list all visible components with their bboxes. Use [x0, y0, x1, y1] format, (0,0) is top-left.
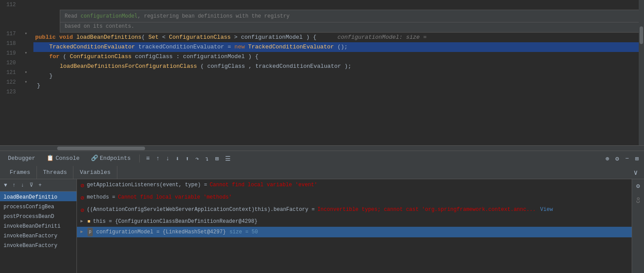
colon-119: : [176, 53, 183, 60]
toolbar-icon-stepinto[interactable]: ⬇ [174, 154, 181, 163]
fold-119[interactable]: ▾ [22, 48, 30, 58]
frame-item-4[interactable]: invokeBeanFactory [0, 230, 76, 240]
tab-variables[interactable]: Variables [73, 166, 117, 179]
var-tracked2: trackedConditionEvaluator [255, 63, 341, 70]
line-num-123: 123 [4, 87, 18, 97]
editor-area: 112 117 118 119 120 121 122 123 ▾ ▾ ▾ ▾ … [0, 0, 644, 145]
param-configmodel: configurationModel [241, 34, 302, 41]
hint-box: Read configurationModel, registering bea… [60, 10, 644, 22]
toolbar-right-icons: ⊕ ⚙ − ⊞ [604, 154, 640, 163]
parens-118: (); [337, 44, 347, 50]
line-num-hint2 [4, 19, 18, 29]
var-value-this: {ConfigurationClassBeanDefinitionReader@… [115, 217, 258, 226]
var-expand-this[interactable]: ▶ [80, 217, 85, 226]
editor-hscroll-thumb[interactable] [57, 147, 145, 150]
toolbar-icon-down[interactable]: ↓ [164, 154, 171, 163]
tab-console[interactable]: 📋 Console [42, 151, 84, 166]
frame-item-1[interactable]: processConfigBea [0, 201, 76, 211]
editor-horizontal-scrollbar[interactable] [0, 145, 644, 151]
frames-up-btn[interactable]: ↑ [10, 181, 18, 189]
debug-content-area: ▼ ↑ ↓ ⊽ + loadBeanDefinitio processConfi… [0, 179, 644, 273]
fold-121[interactable]: ▾ [22, 68, 30, 77]
vars-errors-panel[interactable]: ⊘ getApplicationListeners(event, type) =… [77, 179, 632, 273]
method-loadbean: loadBeanDefinitions( [76, 34, 145, 41]
line-num-hint1 [4, 10, 18, 19]
tab-frames[interactable]: Frames [4, 166, 37, 179]
toolbar-icon-table[interactable]: ⊞ [213, 154, 220, 163]
paren-close-120: ); [345, 63, 352, 70]
toolbar-icon-stepout[interactable]: ⬆ [184, 154, 191, 163]
var-name-configmodel: configurationModel [96, 228, 153, 236]
tab-variables-label: Variables [80, 169, 110, 176]
var-eq-this: = [109, 217, 112, 226]
endpoints-icon-symbol: 🔗 [91, 155, 98, 162]
var-expand-configmodel[interactable]: ▶ [80, 228, 85, 236]
error-view-link-2[interactable]: View [540, 205, 553, 214]
code-editor-content[interactable]: Read configurationModel, registering bea… [30, 0, 644, 145]
code-line-119: for ( ConfigurationClass configClass : c… [33, 52, 644, 62]
frame-item-3[interactable]: invokeBeanDefiniti [0, 221, 76, 230]
fold-hint2 [22, 19, 30, 29]
code-line-118: TrackedConditionEvaluator trackedConditi… [33, 42, 644, 52]
type-set: Set [149, 34, 159, 41]
toolbar-icon-stepinto2[interactable]: ↴ [204, 154, 211, 163]
hint-box-line2: based on its contents. [60, 22, 644, 33]
tab-endpoints[interactable]: 🔗 Endpoints [87, 151, 135, 166]
debugger-label: Debugger [8, 155, 35, 162]
error-icon-0: ⊘ [80, 181, 84, 190]
fold-122[interactable]: ▾ [22, 77, 30, 87]
debug-panel: Frames Threads Variables ∨ ▼ ↑ ↓ ⊽ + loa… [0, 166, 644, 273]
gear-icon-btn[interactable]: ⚙ [614, 154, 621, 163]
code-line-121: } [33, 71, 644, 81]
fold-117[interactable]: ▾ [22, 29, 30, 39]
frame-0-label: loadBeanDefinitio [4, 194, 57, 200]
editor-scrollbar-thumb[interactable] [640, 26, 643, 44]
toolbar-icon-menu[interactable]: ≡ [144, 154, 151, 163]
paren-close: ) { [306, 34, 316, 41]
frames-down-btn[interactable]: ↓ [18, 181, 26, 189]
line-num-120: 120 [4, 58, 18, 68]
error-highlight-0: Cannot find local variable 'event' [210, 181, 317, 189]
multiwin-icon-btn[interactable]: ⊞ [633, 154, 640, 163]
var-name-this: this [93, 217, 106, 226]
var-tracked-evaluator: trackedConditionEvaluator [138, 44, 224, 50]
var-value-configmodel: {LinkedHashSet@4297} [163, 228, 226, 236]
toolbar-icon-stepover[interactable]: ↷ [193, 154, 200, 163]
error-highlight-1: Cannot find local variable 'methods' [118, 193, 232, 202]
frame-1-label: processConfigBea [4, 204, 54, 210]
error-text-2: ((AnnotationConfigServletWebServerApplic… [87, 205, 314, 214]
frame-2-label: postProcessBeanD [4, 214, 54, 220]
var-p-badge-configmodel: p [87, 228, 93, 236]
var-row-configmodel[interactable]: ▶ p configurationModel = {LinkedHashSet@… [77, 227, 632, 237]
paren-120: ( [200, 63, 204, 70]
frame-item-2[interactable]: postProcessBeanD [0, 211, 76, 221]
brace-119: ) { [248, 53, 258, 60]
frame-item-0[interactable]: loadBeanDefinitio [0, 192, 76, 201]
frames-list[interactable]: loadBeanDefinitio processConfigBea postP… [0, 192, 76, 273]
frames-filter-btn[interactable]: ⊽ [27, 181, 36, 189]
editor-scrollbar[interactable] [639, 0, 644, 145]
globe-icon-btn[interactable]: ⊕ [604, 154, 611, 163]
var-row-this[interactable]: ▶ ■ this = {ConfigurationClassBeanDefini… [77, 216, 632, 227]
line-num-119: 119 [4, 48, 18, 58]
toolbar-icon-list[interactable]: ☰ [223, 154, 233, 163]
tab-threads[interactable]: Threads [37, 166, 74, 179]
frames-dropdown-btn[interactable]: ▼ [2, 181, 9, 189]
tab-debugger[interactable]: Debugger [4, 151, 40, 166]
comma-120: , [248, 63, 255, 70]
tab-threads-label: Threads [43, 169, 67, 176]
toolbar-icon-up[interactable]: ↑ [154, 154, 161, 163]
kw-void2: void [59, 34, 73, 41]
minus-icon-btn[interactable]: − [623, 154, 630, 163]
side-gear-btn[interactable]: ⚙ [635, 181, 641, 191]
endpoints-label: Endpoints [100, 155, 131, 162]
hint-configmodel: configurationModel: size = [338, 34, 427, 41]
line-num-121: 121 [4, 68, 18, 77]
fold-118 [22, 39, 30, 48]
frames-add-btn[interactable]: + [36, 181, 44, 189]
eq-118: = [228, 44, 235, 50]
var-icon-this: ■ [87, 217, 91, 226]
generic-close: > [234, 34, 241, 41]
frame-item-5[interactable]: invokeBeanFactory [0, 240, 76, 250]
debug-chevron-down[interactable]: ∨ [631, 168, 640, 177]
